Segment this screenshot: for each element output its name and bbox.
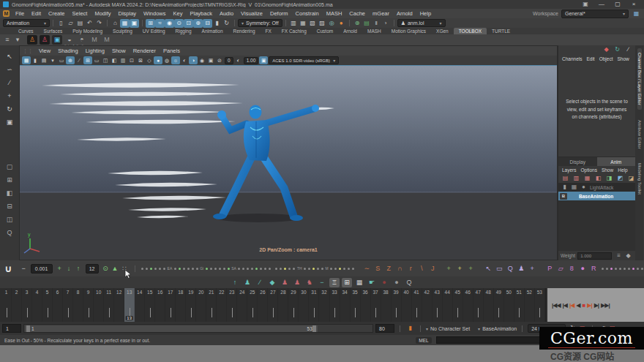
sphere-gray-icon[interactable]: ● <box>392 278 402 287</box>
animbot-dot[interactable] <box>219 268 221 270</box>
stop-button[interactable]: ■ <box>582 302 585 309</box>
character-teal-icon[interactable]: ♟ <box>242 278 252 287</box>
range-end-handle[interactable] <box>312 325 316 332</box>
shelf-tab-custom[interactable]: Custom <box>312 28 338 34</box>
layout-persp-graph-icon[interactable]: ⊟ <box>4 201 15 212</box>
timeline-frame-48[interactable]: 48 <box>484 288 494 322</box>
timeline-frame-32[interactable]: 32 <box>319 288 329 322</box>
timeline-frame-10[interactable]: 10 <box>94 288 104 322</box>
add-inbetween-3-icon[interactable]: + <box>466 264 476 274</box>
timeline-frame-21[interactable]: 21 <box>206 288 217 322</box>
layer-lock-icon[interactable]: ▮ <box>560 183 569 192</box>
menu-deform[interactable]: Deform <box>266 10 292 17</box>
timeline-frame-28[interactable]: 28 <box>278 288 288 322</box>
animbot-chip-ea[interactable]: EA <box>168 266 173 271</box>
grid-toggle-2-icon[interactable]: ⊞ <box>342 278 352 287</box>
snap-to-point-icon[interactable]: ◉ <box>165 19 174 28</box>
shadows-icon[interactable]: ◐ <box>180 56 189 64</box>
menu-playback[interactable]: Playback <box>186 10 215 17</box>
minimize-icon[interactable]: — <box>594 0 609 9</box>
minus-teal-icon[interactable]: − <box>317 278 327 287</box>
step-back-frame-button[interactable]: |◀ <box>563 302 567 309</box>
sphere-dark-red-icon[interactable]: ● <box>379 278 389 287</box>
select-all-icon[interactable]: ◒SelectA <box>64 35 75 45</box>
decrement-icon[interactable]: − <box>19 264 29 274</box>
animbot-dot[interactable] <box>321 268 323 270</box>
exposure-field[interactable]: 0 <box>225 57 233 64</box>
animbot-dot[interactable] <box>146 268 148 270</box>
timeline-frame-5[interactable]: 5 <box>42 288 53 322</box>
animbot-dot[interactable] <box>334 268 337 270</box>
timeline-frame-29[interactable]: 29 <box>288 288 299 322</box>
construction-history-icon[interactable]: ↻ <box>222 19 231 28</box>
magnifier-tool-icon[interactable]: Q <box>506 264 515 274</box>
layer-tab-anim[interactable]: Anim <box>597 157 636 166</box>
animbot-dot[interactable] <box>293 268 295 270</box>
animbot-dot[interactable] <box>628 268 630 270</box>
timeline-frame-23[interactable]: 23 <box>227 288 237 322</box>
timeline-frame-27[interactable]: 27 <box>268 288 278 322</box>
merge-layers-icon[interactable]: ◪ <box>626 174 636 183</box>
timeline-frame-9[interactable]: 9 <box>83 288 94 322</box>
render-settings-icon[interactable]: ▨ <box>318 19 327 28</box>
step-back-key-button[interactable]: |◀ <box>569 302 574 309</box>
animation-end-field[interactable]: 80 <box>375 324 394 333</box>
animbot-dot[interactable] <box>150 268 152 270</box>
power-icon[interactable]: ⊙ <box>101 264 111 274</box>
character-select-red-icon[interactable]: ♙ <box>40 35 50 45</box>
range-slider[interactable]: 1 53 <box>23 324 373 333</box>
shelf-tab-arnold[interactable]: Arnold <box>338 28 362 34</box>
timeline-frame-14[interactable]: 14 <box>135 288 145 322</box>
shelf-tab-fx[interactable]: FX <box>261 28 277 34</box>
next-icon[interactable]: › <box>381 19 391 28</box>
zoom-tool-icon[interactable]: Q <box>4 227 15 238</box>
timeline-frame-46[interactable]: 46 <box>463 288 473 322</box>
shelf-tab-sculpting[interactable]: Sculpting <box>108 28 138 34</box>
menu-windows[interactable]: Windows <box>140 10 169 17</box>
timeline-frame-52[interactable]: 52 <box>525 288 535 322</box>
layer-menu-help[interactable]: Help <box>615 167 629 173</box>
safe-title-icon[interactable]: ⊠ <box>136 56 145 64</box>
side-tab-channel-box-layer-editor[interactable]: Channel Box / Layer Editor <box>637 48 642 110</box>
isolate-select-icon[interactable]: ⊘ <box>215 56 224 64</box>
timeline-frame-20[interactable]: 20 <box>196 288 206 322</box>
shelf-tab-curves[interactable]: Curves <box>13 28 39 34</box>
animbot-dot[interactable] <box>615 268 617 270</box>
shelf-tab-animation[interactable]: Animation <box>197 28 228 34</box>
animbot-dot[interactable] <box>255 268 258 270</box>
shelf-tab-turtle[interactable]: TURTLE <box>487 28 515 34</box>
timeline-frame-1[interactable]: 1 <box>1 288 12 322</box>
timeline-frame-18[interactable]: 18 <box>176 288 186 322</box>
anim-layer-dropdown[interactable]: ▾BaseAnimation <box>478 326 517 331</box>
panel-menu-panels[interactable]: Panels <box>160 48 184 54</box>
playback-range-bar[interactable]: 1 53 <box>25 325 318 332</box>
snap-to-view-plane-icon[interactable]: ⊡ <box>184 19 193 28</box>
side-tab-modeling-toolkit[interactable]: Modeling Toolkit <box>637 159 642 199</box>
hypershade-icon[interactable]: ◎ <box>327 19 337 28</box>
animbot-dot[interactable] <box>242 268 244 270</box>
timeline-frame-43[interactable]: 43 <box>433 288 443 322</box>
key-modes-icon[interactable]: ◆ <box>602 45 611 54</box>
timeline-frame-4[interactable]: 4 <box>32 288 42 322</box>
add-inbetween-1-icon[interactable]: + <box>444 264 454 274</box>
gear-icon[interactable]: ⊛ <box>353 19 362 28</box>
timeline-frame-19[interactable]: 19 <box>186 288 196 322</box>
timeline-frame-38[interactable]: 38 <box>381 288 392 322</box>
bookmark-view-icon[interactable]: ▾ <box>48 56 57 64</box>
pan-zoom-2d-icon[interactable]: ⊕ <box>66 56 75 64</box>
timeline-frame-39[interactable]: 39 <box>392 288 402 322</box>
snap-to-projected-center-icon[interactable]: ⊙ <box>174 19 184 28</box>
weight-field[interactable]: 1.000 <box>577 252 612 260</box>
marquee-tool-icon[interactable]: ▭ <box>495 264 504 274</box>
ease-bell-icon[interactable]: ∩ <box>395 264 405 274</box>
animbot-dot[interactable] <box>269 268 271 270</box>
weight-key-icon[interactable]: ◆ <box>624 252 633 260</box>
zero-key-layer-icon[interactable]: ◧ <box>594 174 603 183</box>
grid-toggle-icon[interactable]: ⊞ <box>83 56 92 64</box>
shelf-tab-poly-modeling[interactable]: Poly Modeling <box>67 28 108 34</box>
lasso-tool-icon[interactable]: ∽ <box>4 64 15 75</box>
view-transform-icon[interactable]: ▣ <box>259 56 268 64</box>
menu-select[interactable]: Select <box>69 10 91 17</box>
new-empty-layer-icon[interactable]: ▤ <box>561 174 570 183</box>
timeline-frame-2[interactable]: 2 <box>12 288 22 322</box>
